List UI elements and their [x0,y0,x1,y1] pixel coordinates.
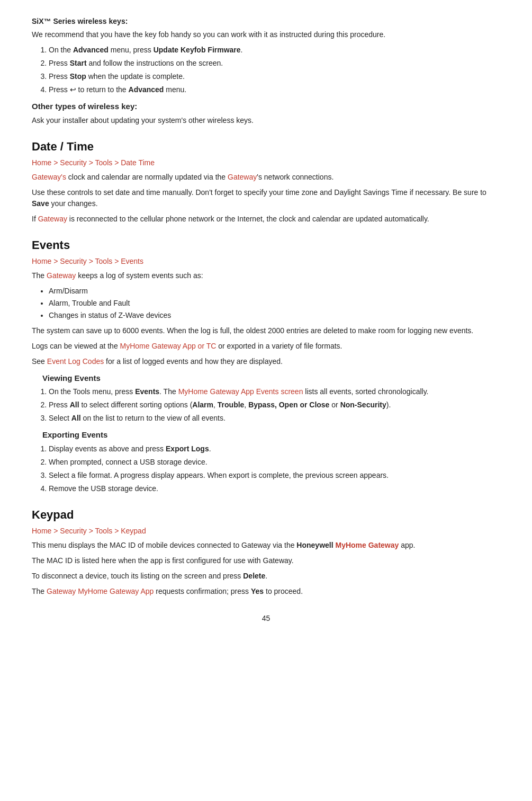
viewing-events-heading: Viewing Events [42,372,500,385]
export-step-3: Select a file format. A progress display… [49,470,500,481]
gateway-ref-1: Gateway's [32,173,66,181]
bullet-arm-disarm: Arm/Disarm [49,286,500,297]
datetime-heading: Date / Time [32,138,500,155]
all-label-2: All [71,414,81,422]
view-step-2: Press All to select different sorting op… [49,399,500,411]
datetime-para3: If Gateway is reconnected to the cellula… [32,213,500,225]
bullet-zwave: Changes in status of Z-Wave devices [49,310,500,321]
honeywell-myhome-label: Honeywell MyHome Gateway [296,541,399,549]
event-log-codes-link: Event Log Codes [47,357,104,366]
trouble-label: Trouble [218,400,245,409]
events-heading: Events [32,236,500,254]
exporting-events-heading: Exporting Events [42,429,500,441]
start-label: Start [70,59,87,67]
view-step-3: Select All on the list to return to the … [49,413,500,424]
exporting-steps: Display events as above and press Export… [49,443,500,494]
export-logs-label: Export Logs [166,444,209,453]
keypad-para2: The MAC ID is listed here when the app i… [32,555,500,566]
advanced-label-1: Advanced [73,46,109,54]
stop-label: Stop [70,72,86,81]
six-series-heading: SiX™ Series wireless keys: [32,16,500,27]
save-label: Save [32,199,49,208]
gateway-ref-3: Gateway [38,215,67,223]
export-step-1: Display events as above and press Export… [49,443,500,455]
myhome-app-link: MyHome Gateway App or TC [120,342,217,350]
non-security-label: Non-Security [340,400,386,409]
six-series-steps: On the Advanced menu, press Update Keyfo… [49,44,500,95]
keypad-para4: The Gateway MyHome Gateway App requests … [32,586,500,597]
view-step-1: On the Tools menu, press Events. The MyH… [49,386,500,397]
other-wireless-heading: Other types of wireless key: [32,101,500,113]
events-breadcrumb: Home > Security > Tools > Events [32,256,500,267]
events-para2: The system can save up to 6000 events. W… [32,325,500,336]
advanced-label-2: Advanced [129,85,164,94]
update-keyfob-label: Update Keyfob Firmware [154,46,241,54]
keypad-breadcrumb: Home > Security > Tools > Keypad [32,526,500,537]
step-1: On the Advanced menu, press Update Keyfo… [49,44,500,56]
export-step-2: When prompted, connect a USB storage dev… [49,457,500,468]
other-wireless-para: Ask your installer about updating your s… [32,115,500,126]
delete-label: Delete [243,572,265,580]
yes-label: Yes [251,587,264,595]
all-label-1: All [70,400,79,409]
viewing-steps: On the Tools menu, press Events. The MyH… [49,386,500,424]
gateway-myhome-app-link: Gateway MyHome Gateway App [47,587,154,595]
bullet-alarm-trouble: Alarm, Trouble and Fault [49,298,500,309]
step-2: Press Start and follow the instructions … [49,58,500,69]
keypad-para1: This menu displays the MAC ID of mobile … [32,540,500,551]
events-para4: See Event Log Codes for a list of logged… [32,356,500,367]
alarm-label: Alarm [192,400,213,409]
datetime-para2: Use these controls to set date and time … [32,187,500,209]
gateway-ref-2: Gateway [228,173,257,181]
myhome-gateway-link: MyHome Gateway [336,541,399,549]
events-para3: Logs can be viewed at the MyHome Gateway… [32,341,500,352]
keypad-heading: Keypad [32,506,500,523]
datetime-breadcrumb: Home > Security > Tools > Date Time [32,157,500,168]
keypad-para3: To disconnect a device, touch its listin… [32,571,500,582]
gateway-ref-4: Gateway [47,271,76,280]
export-step-4: Remove the USB storage device. [49,483,500,494]
page-number: 45 [32,613,500,624]
myhome-app-events-link: MyHome Gateway App Events screen [178,387,303,396]
step-3: Press Stop when the update is complete. [49,71,500,82]
events-bullet-list: Arm/Disarm Alarm, Trouble and Fault Chan… [49,286,500,321]
datetime-para1: Gateway's clock and calendar are normall… [32,172,500,183]
bypass-label: Bypass, Open or Close [248,400,329,409]
events-label: Events [135,387,159,396]
six-series-para: We recommend that you have the key fob h… [32,29,500,40]
step-4: Press ↩ to return to the Advanced menu. [49,84,500,95]
events-para1: The Gateway keeps a log of system events… [32,270,500,281]
